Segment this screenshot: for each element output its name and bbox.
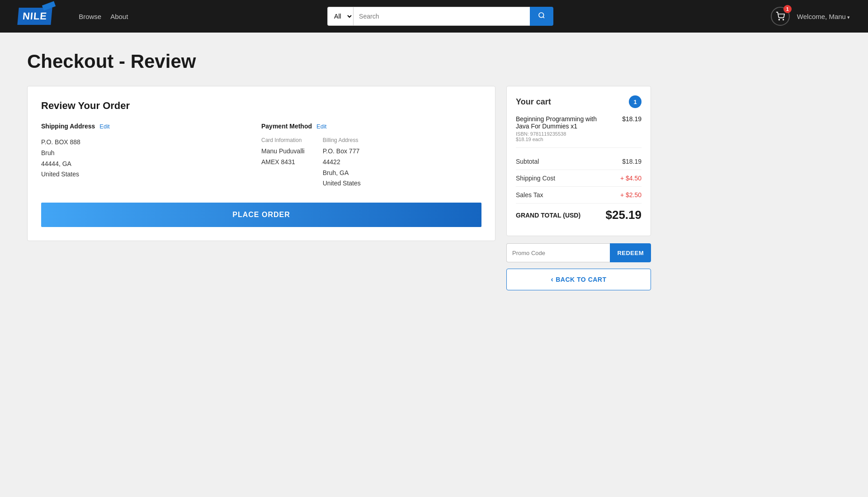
tax-value: + $2.50 bbox=[620, 191, 642, 199]
svg-point-3 bbox=[783, 19, 784, 20]
promo-row: REDEEM bbox=[506, 243, 651, 262]
svg-point-2 bbox=[778, 19, 779, 20]
cart-item-price: $18.19 bbox=[622, 115, 642, 123]
card-info-col: Card Information Manu Puduvalli AMEX 843… bbox=[261, 137, 305, 189]
review-sections: Shipping Address Edit P.O. BOX 888 Bruh … bbox=[41, 123, 481, 189]
search-input[interactable] bbox=[353, 7, 530, 26]
shipping-line-3: 44444, GA bbox=[41, 159, 261, 170]
page-title: Checkout - Review bbox=[27, 51, 651, 72]
tax-row: Sales Tax + $2.50 bbox=[516, 187, 642, 204]
cart-sidebar: Your cart 1 Beginning Programming with J… bbox=[506, 86, 651, 290]
billing-col: Billing Address P.O. Box 777 44422 Bruh,… bbox=[323, 137, 361, 189]
card-info-label: Card Information bbox=[261, 137, 305, 143]
cart-header: Your cart 1 bbox=[516, 95, 642, 108]
shipping-row: Shipping Cost + $4.50 bbox=[516, 170, 642, 187]
cart-item-name: Beginning Programming with Java For Dumm… bbox=[516, 115, 606, 130]
search-button[interactable] bbox=[530, 7, 553, 26]
billing-label: Billing Address bbox=[323, 137, 361, 143]
billing-line-4: United States bbox=[323, 178, 361, 189]
shipping-line-1: P.O. BOX 888 bbox=[41, 137, 261, 148]
navbar-right: 1 Welcome, Manu bbox=[771, 7, 850, 26]
order-review-card: Review Your Order Shipping Address Edit … bbox=[27, 86, 495, 241]
nav-links: Browse About bbox=[79, 13, 128, 20]
redeem-button[interactable]: REDEEM bbox=[610, 243, 651, 262]
nav-about[interactable]: About bbox=[110, 13, 128, 20]
shipping-edit-link[interactable]: Edit bbox=[99, 123, 109, 130]
cart-summary-card: Your cart 1 Beginning Programming with J… bbox=[506, 86, 651, 236]
review-title: Review Your Order bbox=[41, 100, 481, 112]
shipping-section: Shipping Address Edit P.O. BOX 888 Bruh … bbox=[41, 123, 261, 189]
cart-item-isbn: ISBN: 9781119235538 bbox=[516, 131, 606, 137]
checkout-layout: Review Your Order Shipping Address Edit … bbox=[27, 86, 651, 290]
payment-edit-link[interactable]: Edit bbox=[316, 123, 326, 130]
shipping-address: P.O. BOX 888 Bruh 44444, GA United State… bbox=[41, 137, 261, 180]
tax-label: Sales Tax bbox=[516, 191, 543, 199]
shipping-line-4: United States bbox=[41, 169, 261, 180]
grand-total-value: $25.19 bbox=[605, 208, 642, 222]
svg-point-0 bbox=[539, 13, 544, 18]
welcome-text[interactable]: Welcome, Manu bbox=[797, 13, 850, 20]
cart-button[interactable]: 1 bbox=[771, 7, 790, 26]
payment-section: Payment Method Edit Card Information Man… bbox=[261, 123, 481, 189]
billing-line-2: 44422 bbox=[323, 157, 361, 168]
billing-line-1: P.O. Box 777 bbox=[323, 146, 361, 157]
shipping-line-2: Bruh bbox=[41, 148, 261, 159]
subtotal-label: Subtotal bbox=[516, 158, 539, 165]
place-order-button[interactable]: PLACE ORDER bbox=[41, 203, 481, 227]
cart-item-each: $18.19 each bbox=[516, 137, 606, 142]
shipping-cost-value: + $4.50 bbox=[620, 175, 642, 182]
shipping-label: Shipping Address bbox=[41, 123, 95, 130]
cart-title: Your cart bbox=[516, 97, 551, 107]
cart-item-details: Beginning Programming with Java For Dumm… bbox=[516, 115, 606, 142]
payment-label: Payment Method bbox=[261, 123, 312, 130]
cart-badge: 1 bbox=[783, 5, 792, 13]
shipping-cost-label: Shipping Cost bbox=[516, 175, 555, 182]
logo-text: NILE bbox=[17, 8, 52, 25]
subtotal-value: $18.19 bbox=[622, 158, 642, 165]
nav-browse[interactable]: Browse bbox=[79, 13, 101, 20]
shipping-header: Shipping Address Edit bbox=[41, 123, 261, 130]
card-name: Manu Puduvalli bbox=[261, 146, 305, 157]
navbar: NILE Browse About All 1 Welcome, Manu bbox=[0, 0, 868, 33]
promo-input[interactable] bbox=[506, 243, 610, 262]
search-bar: All bbox=[327, 7, 553, 26]
cart-count-badge: 1 bbox=[629, 95, 642, 108]
subtotal-row: Subtotal $18.19 bbox=[516, 153, 642, 170]
grand-total-label: GRAND TOTAL (USD) bbox=[516, 212, 580, 219]
payment-columns: Card Information Manu Puduvalli AMEX 843… bbox=[261, 137, 481, 189]
back-to-cart-button[interactable]: BACK TO CART bbox=[506, 269, 651, 290]
main-content: Checkout - Review Review Your Order Ship… bbox=[0, 33, 678, 308]
logo[interactable]: NILE bbox=[18, 8, 52, 25]
billing-line-3: Bruh, GA bbox=[323, 168, 361, 179]
card-number: AMEX 8431 bbox=[261, 157, 305, 168]
cart-item-row: Beginning Programming with Java For Dumm… bbox=[516, 115, 642, 142]
payment-header: Payment Method Edit bbox=[261, 123, 481, 130]
svg-line-1 bbox=[543, 17, 544, 18]
search-category-select[interactable]: All bbox=[327, 7, 353, 26]
grand-total-row: GRAND TOTAL (USD) $25.19 bbox=[516, 204, 642, 227]
cart-item: Beginning Programming with Java For Dumm… bbox=[516, 115, 642, 148]
